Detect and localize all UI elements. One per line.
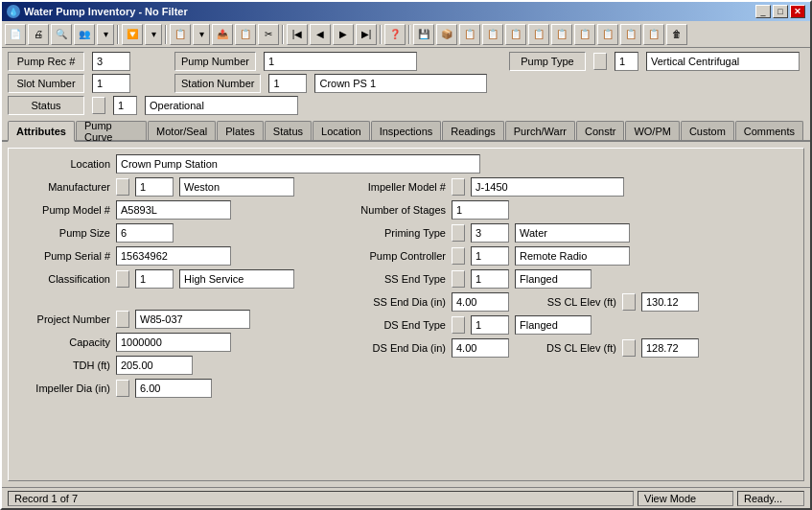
pump-number-input[interactable]	[264, 52, 417, 71]
pump-model-input[interactable]	[116, 200, 231, 220]
ds-end-type-code-input[interactable]	[471, 315, 509, 335]
first-record-button[interactable]: |◀	[287, 24, 308, 45]
tab-comments[interactable]: Comments	[735, 121, 803, 140]
tab-status[interactable]: Status	[265, 121, 312, 140]
pump-controller-code-input[interactable]	[471, 246, 509, 266]
icon4-button[interactable]: 📋	[482, 24, 503, 45]
icon11-button[interactable]: 📋	[643, 24, 664, 45]
icon12-button[interactable]: 🗑	[666, 24, 687, 45]
paste-button[interactable]: 📋	[235, 24, 256, 45]
dropdown2-button[interactable]: ▾	[145, 24, 162, 45]
tab-plates[interactable]: Plates	[217, 121, 264, 140]
ss-end-dia-label: SS End Dia (in)	[350, 296, 446, 308]
export-button[interactable]: 📤	[212, 24, 233, 45]
classification-code-input[interactable]	[135, 269, 174, 289]
filter-button[interactable]: 🔽	[122, 24, 143, 45]
capacity-label: Capacity	[14, 336, 110, 348]
maximize-button[interactable]: □	[773, 5, 788, 18]
spacer1	[14, 292, 340, 306]
icon1-button[interactable]: 💾	[413, 24, 434, 45]
last-record-button[interactable]: ▶|	[356, 24, 377, 45]
icon5-button[interactable]: 📋	[505, 24, 526, 45]
pump-rec-input[interactable]	[92, 52, 130, 71]
users-button[interactable]: 👥	[74, 24, 95, 45]
classification-row: Classification	[14, 269, 340, 289]
title-bar: 💧 Water Pump Inventory - No Filter _ □ ✕	[2, 2, 810, 21]
icon3-button[interactable]: 📋	[459, 24, 480, 45]
priming-type-value-input[interactable]	[515, 223, 630, 243]
ds-end-type-value-input[interactable]	[515, 315, 592, 335]
tab-readings[interactable]: Readings	[442, 121, 503, 140]
tab-wo-pm[interactable]: WO/PM	[625, 121, 680, 140]
tab-location[interactable]: Location	[313, 121, 370, 140]
ds-end-dia-input[interactable]	[452, 338, 509, 358]
ss-end-dia-input[interactable]	[452, 292, 509, 312]
icon2-button[interactable]: 📦	[436, 24, 457, 45]
icon6-button[interactable]: 📋	[528, 24, 549, 45]
sep5	[408, 25, 410, 44]
status-code-input[interactable]	[113, 96, 137, 115]
slot-number-input[interactable]	[92, 74, 130, 93]
ss-cl-elev-indicator	[622, 293, 636, 311]
icon9-button[interactable]: 📋	[597, 24, 618, 45]
num-stages-input[interactable]	[452, 200, 509, 220]
manufacturer-code-input[interactable]	[135, 177, 174, 197]
pump-serial-input[interactable]	[116, 246, 231, 266]
tab-purch-warr[interactable]: Purch/Warr	[505, 121, 575, 140]
tab-pump-curve[interactable]: Pump Curve	[76, 121, 147, 140]
icon10-button[interactable]: 📋	[620, 24, 641, 45]
cut-button[interactable]: ✂	[258, 24, 279, 45]
dropdown1-button[interactable]: ▾	[97, 24, 114, 45]
main-window: 💧 Water Pump Inventory - No Filter _ □ ✕…	[0, 0, 812, 510]
impeller-dia-row: Impeller Dia (in)	[14, 379, 340, 398]
tab-constr[interactable]: Constr	[576, 121, 624, 140]
clipboard-button[interactable]: 📋	[170, 24, 191, 45]
pump-type-code-input[interactable]	[615, 52, 638, 71]
new-button[interactable]: 📄	[5, 24, 26, 45]
ss-end-type-code-input[interactable]	[471, 269, 509, 289]
ds-cl-elev-input[interactable]	[641, 338, 699, 358]
project-number-input[interactable]	[135, 310, 250, 329]
minimize-button[interactable]: _	[755, 5, 771, 18]
pump-size-row: Pump Size	[14, 223, 340, 243]
status-value-input[interactable]	[145, 96, 298, 115]
capacity-input[interactable]	[116, 333, 231, 352]
classification-value-input[interactable]	[179, 269, 294, 289]
print-button[interactable]: 🖨	[28, 24, 49, 45]
impeller-model-indicator	[452, 178, 465, 196]
ds-end-dia-row: DS End Dia (in) DS CL Elev (ft)	[350, 338, 798, 358]
priming-type-label: Priming Type	[350, 227, 446, 239]
ss-end-type-label: SS End Type	[350, 273, 446, 285]
station-name-input[interactable]	[314, 74, 487, 93]
location-input[interactable]	[116, 154, 480, 174]
pump-type-value-input[interactable]	[646, 52, 800, 71]
pump-type-indicator	[593, 53, 607, 70]
pump-size-input[interactable]	[116, 223, 174, 243]
next-record-button[interactable]: ▶	[333, 24, 354, 45]
priming-type-indicator	[452, 224, 465, 242]
tdh-row: TDH (ft)	[14, 356, 340, 375]
tab-inspections[interactable]: Inspections	[371, 121, 442, 140]
prev-record-button[interactable]: ◀	[310, 24, 331, 45]
pump-controller-value-input[interactable]	[515, 246, 630, 266]
icon8-button[interactable]: 📋	[574, 24, 595, 45]
project-number-indicator	[116, 311, 129, 328]
status-label: Status	[8, 96, 84, 115]
impeller-model-input[interactable]	[471, 177, 624, 197]
station-number-input[interactable]	[268, 74, 307, 93]
sep2	[165, 25, 167, 44]
tdh-input[interactable]	[116, 356, 193, 375]
dropdown3-button[interactable]: ▾	[193, 24, 210, 45]
priming-type-code-input[interactable]	[471, 223, 509, 243]
tab-custom[interactable]: Custom	[681, 121, 734, 140]
impeller-dia-input[interactable]	[135, 379, 212, 398]
find-button[interactable]: 🔍	[51, 24, 72, 45]
close-button[interactable]: ✕	[790, 5, 805, 18]
ss-end-type-value-input[interactable]	[515, 269, 592, 289]
tab-attributes[interactable]: Attributes	[8, 121, 75, 142]
ss-cl-elev-input[interactable]	[641, 292, 699, 312]
tab-motor-seal[interactable]: Motor/Seal	[148, 121, 216, 140]
help-button[interactable]: ❓	[384, 24, 406, 45]
manufacturer-value-input[interactable]	[179, 177, 294, 197]
icon7-button[interactable]: 📋	[551, 24, 572, 45]
